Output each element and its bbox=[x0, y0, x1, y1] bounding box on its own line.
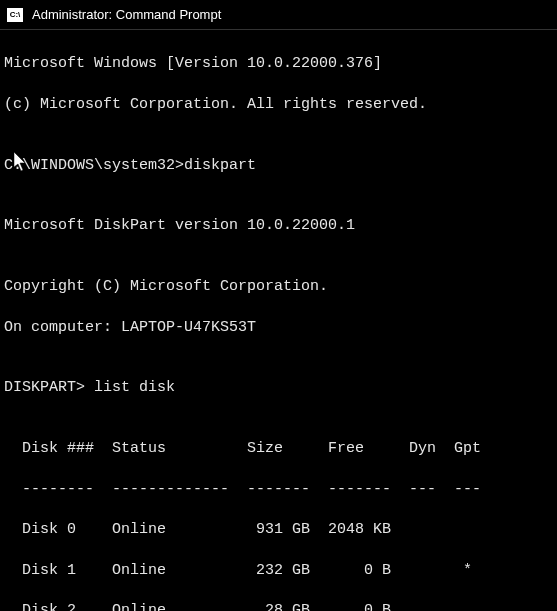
table-row: Disk 0 Online 931 GB 2048 KB bbox=[4, 520, 553, 540]
output-line: Microsoft DiskPart version 10.0.22000.1 bbox=[4, 216, 553, 236]
output-line: On computer: LAPTOP-U47KS53T bbox=[4, 318, 553, 338]
terminal-output[interactable]: Microsoft Windows [Version 10.0.22000.37… bbox=[0, 30, 557, 611]
window-title: Administrator: Command Prompt bbox=[32, 7, 221, 22]
table-header: Disk ### Status Size Free Dyn Gpt bbox=[4, 439, 553, 459]
table-row: Disk 1 Online 232 GB 0 B * bbox=[4, 561, 553, 581]
table-row: Disk 2 Online 28 GB 0 B bbox=[4, 601, 553, 611]
prompt-line: DISKPART> list disk bbox=[4, 378, 553, 398]
table-divider: -------- ------------- ------- ------- -… bbox=[4, 480, 553, 500]
prompt-line: C:\WINDOWS\system32>diskpart bbox=[4, 156, 553, 176]
output-line: Copyright (C) Microsoft Corporation. bbox=[4, 277, 553, 297]
output-line: (c) Microsoft Corporation. All rights re… bbox=[4, 95, 553, 115]
output-line: Microsoft Windows [Version 10.0.22000.37… bbox=[4, 54, 553, 74]
title-bar[interactable]: C:\ Administrator: Command Prompt bbox=[0, 0, 557, 30]
cmd-icon: C:\ bbox=[6, 7, 24, 23]
